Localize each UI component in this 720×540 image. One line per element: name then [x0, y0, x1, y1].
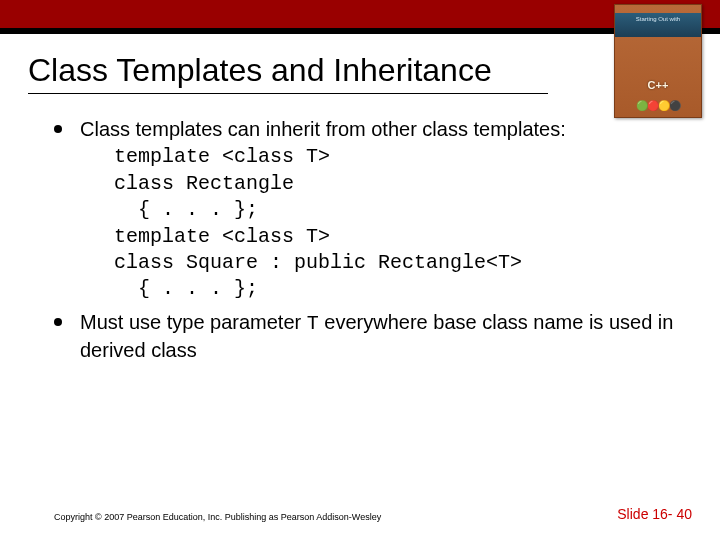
header-black-band	[0, 28, 720, 34]
slide-body: Class templates can inherit from other c…	[54, 116, 692, 364]
bullet-2: Must use type parameter T everywhere bas…	[54, 309, 692, 364]
footer: Copyright © 2007 Pearson Education, Inc.…	[54, 506, 692, 522]
bullet-2-pre: Must use type parameter	[80, 311, 307, 333]
bullet-1: Class templates can inherit from other c…	[54, 116, 692, 303]
slide-number: Slide 16- 40	[617, 506, 692, 522]
book-cover-thumbnail: Starting Out with C++ 🟢🔴🟡⚫	[614, 4, 702, 118]
bullet-1-text: Class templates can inherit from other c…	[80, 118, 566, 140]
bullet-2-code-inline: T	[307, 312, 319, 335]
copyright-text: Copyright © 2007 Pearson Education, Inc.…	[54, 512, 381, 522]
book-decor-icon: 🟢🔴🟡⚫	[615, 100, 701, 111]
title-underline	[28, 93, 692, 94]
header-red-bar	[0, 0, 720, 28]
book-band-text: Starting Out with	[615, 13, 701, 37]
bullet-1-code: template <class T> class Rectangle { . .…	[114, 144, 692, 302]
book-title-spot: C++	[615, 79, 701, 91]
